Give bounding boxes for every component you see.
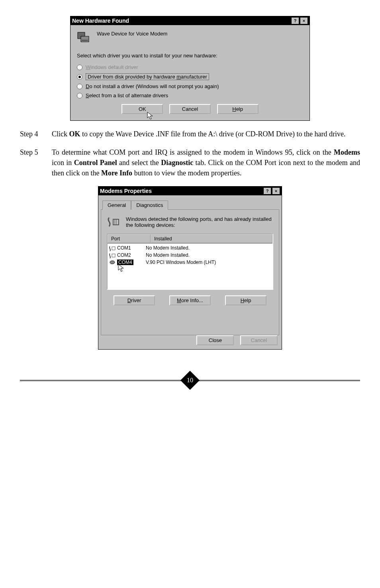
step-4: Step 4 Click OK to copy the Wave Device … xyxy=(20,129,360,139)
close-icon[interactable]: × xyxy=(300,17,308,24)
step-body: To determine what COM port and IRQ is as… xyxy=(52,147,360,178)
radio-do-not-install[interactable]: Do not install a driver (Windows will no… xyxy=(77,83,303,89)
radio-label: Do not install a driver (Windows will no… xyxy=(86,83,219,89)
radio-label: Windows default driver xyxy=(86,64,138,70)
titlebar-text: New Hardware Found xyxy=(72,18,290,24)
help-button[interactable]: Help xyxy=(225,295,266,305)
help-icon[interactable]: ? xyxy=(291,17,299,24)
radio-icon xyxy=(77,65,82,70)
step-label: Step 5 xyxy=(20,147,52,178)
list-item-com2[interactable]: COM2 No Modem Installed. xyxy=(108,252,272,259)
new-hardware-dialog: New Hardware Found ? × Wave Device for V… xyxy=(70,16,310,121)
diagnostics-icon xyxy=(107,215,120,229)
col-installed[interactable]: Installed xyxy=(151,234,272,243)
more-info-button[interactable]: More Info... xyxy=(169,295,211,305)
port-icon xyxy=(109,252,116,258)
radio-icon xyxy=(77,84,82,89)
titlebar: Modems Properties ? × xyxy=(98,187,282,195)
cursor-icon xyxy=(118,264,125,273)
svg-rect-3 xyxy=(113,219,119,225)
tab-diagnostics[interactable]: Diagnostics xyxy=(131,201,168,210)
cancel-button[interactable]: Cancel xyxy=(169,104,211,114)
radio-label: Select from a list of alternate drivers xyxy=(86,92,168,98)
col-port[interactable]: Port xyxy=(108,234,151,243)
step-label: Step 4 xyxy=(20,129,52,139)
close-button[interactable]: Close xyxy=(196,335,234,345)
svg-rect-6 xyxy=(112,247,115,250)
modem-icon xyxy=(109,259,116,265)
help-icon[interactable]: ? xyxy=(263,187,271,195)
svg-point-8 xyxy=(110,261,115,264)
tab-general[interactable]: General xyxy=(102,201,131,210)
driver-button[interactable]: Driver xyxy=(114,295,155,305)
instruction-text: Select which driver you want to install … xyxy=(77,53,303,59)
ok-button[interactable]: OK xyxy=(121,104,163,114)
radio-select-list[interactable]: Select from a list of alternate drivers xyxy=(77,92,303,98)
device-icon xyxy=(77,31,90,45)
step-5: Step 5 To determine what COM port and IR… xyxy=(20,147,360,178)
radio-icon xyxy=(77,93,82,98)
close-icon[interactable]: × xyxy=(272,187,280,195)
radio-windows-default: Windows default driver xyxy=(77,64,303,70)
svg-rect-7 xyxy=(112,254,115,257)
svg-rect-1 xyxy=(81,36,89,42)
cursor-icon xyxy=(147,112,154,120)
info-text: Windows detected the following ports, an… xyxy=(126,216,273,228)
titlebar: New Hardware Found ? × xyxy=(71,16,309,25)
port-icon xyxy=(109,245,116,251)
list-item-com1[interactable]: COM1 No Modem Installed. xyxy=(108,244,272,252)
radio-disk-provided[interactable]: Driver from disk provided by hardware ma… xyxy=(77,73,303,80)
cancel-button: Cancel xyxy=(240,335,278,345)
list-header: Port Installed xyxy=(108,234,272,244)
port-listbox: Port Installed COM1 No Modem Installed. xyxy=(107,234,273,290)
list-item-com4[interactable]: COM4 V.90 PCI Windows Modem (LHT) xyxy=(108,259,272,266)
step-body: Click OK to copy the Wave Device .INF fi… xyxy=(52,129,360,139)
tab-bar: General Diagnostics xyxy=(101,200,279,210)
page-footer: 10 xyxy=(20,374,360,387)
radio-icon xyxy=(77,74,82,80)
page-number-badge: 10 xyxy=(180,371,200,390)
diagnostics-panel: Windows detected the following ports, an… xyxy=(101,210,279,335)
titlebar-text: Modems Properties xyxy=(100,188,262,194)
radio-label: Driver from disk provided by hardware ma… xyxy=(86,73,209,80)
help-button[interactable]: Help xyxy=(217,104,259,114)
modems-properties-dialog: Modems Properties ? × General Diagnostic… xyxy=(98,186,282,350)
device-label: Wave Device for Voice Modem xyxy=(97,31,167,37)
